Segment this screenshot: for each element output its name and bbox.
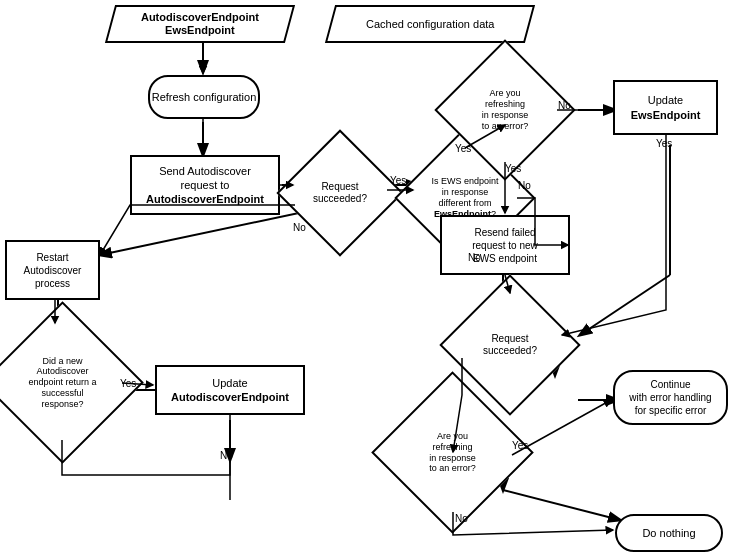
svg-line-15 xyxy=(503,490,620,520)
did-new-autodiscover-diamond: Did a newAutodiscoverendpoint return asu… xyxy=(5,325,120,440)
no-label-7: No xyxy=(455,513,468,524)
svg-line-17 xyxy=(580,275,670,335)
request-succeeded-1-diamond: Requestsucceeded? xyxy=(295,148,385,238)
continue-error-node: Continuewith error handlingfor specific … xyxy=(613,370,728,425)
resend-failed-node: Resend failedrequest to newEWS endpoint xyxy=(440,215,570,275)
update-ews-node: UpdateEwsEndpoint xyxy=(613,80,718,135)
restart-autodiscover-node: RestartAutodiscoverprocess xyxy=(5,240,100,300)
no-label-4: No xyxy=(220,450,233,461)
refresh-config-node: Refresh configuration xyxy=(148,75,260,119)
send-autodiscover-node: Send Autodiscoverrequest toAutodiscoverE… xyxy=(130,155,280,215)
update-autodiscover-node: UpdateAutodiscoverEndpoint xyxy=(155,365,305,415)
yes-label-4: Yes xyxy=(656,138,672,149)
yes-label-3: Yes xyxy=(505,163,521,174)
yes-label-6: Yes xyxy=(512,440,528,451)
svg-line-7 xyxy=(100,210,313,255)
yes-label-5: Yes xyxy=(120,378,136,389)
cached-config-node: Cached configuration data xyxy=(325,5,535,43)
are-you-refreshing-1-diamond: Are yourefreshingin responseto an error? xyxy=(455,60,555,160)
are-you-refreshing-2-diamond: Are yourefreshingin responseto an error? xyxy=(395,395,510,510)
no-label-3: No xyxy=(558,100,571,111)
yes-label-1: Yes xyxy=(390,175,406,186)
no-label-1: No xyxy=(293,222,306,233)
do-nothing-node: Do nothing xyxy=(615,514,723,552)
request-succeeded-2-diamond: Requestsucceeded? xyxy=(460,295,560,395)
start-node: AutodiscoverEndpointEwsEndpoint xyxy=(105,5,295,43)
flowchart-diagram: AutodiscoverEndpointEwsEndpoint Cached c… xyxy=(0,0,735,553)
no-label-2: No xyxy=(518,180,531,191)
no-label-5: No xyxy=(468,252,481,263)
